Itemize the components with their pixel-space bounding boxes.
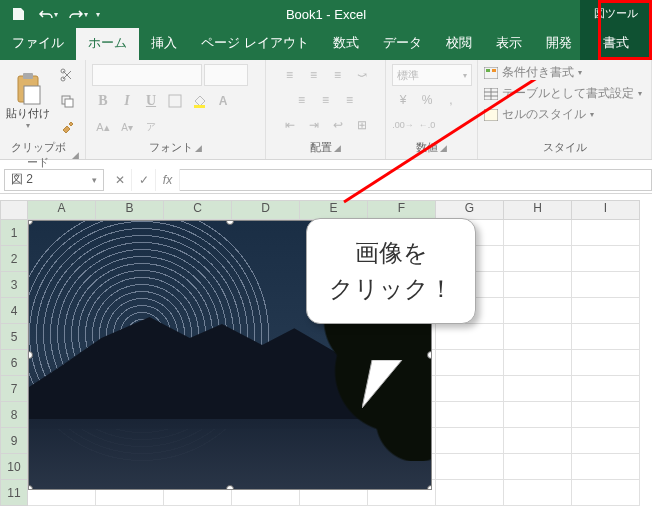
paste-button[interactable]: 貼り付け ▾ xyxy=(6,72,50,130)
redo-button[interactable]: ▾ xyxy=(66,3,90,25)
column-header[interactable]: C xyxy=(164,200,232,220)
row-header[interactable]: 10 xyxy=(0,454,28,480)
enter-formula-button[interactable]: ✓ xyxy=(132,169,156,191)
cancel-formula-button[interactable]: ✕ xyxy=(108,169,132,191)
phonetic-guide-button[interactable]: ア xyxy=(140,116,162,138)
group-label-clipboard: クリップボード xyxy=(6,140,70,170)
row-header[interactable]: 1 xyxy=(0,220,28,246)
wrap-text-button[interactable]: ↩ xyxy=(327,114,349,136)
dialog-launcher-icon[interactable]: ◢ xyxy=(440,143,447,153)
align-right-button[interactable]: ≡ xyxy=(339,89,361,111)
row-header[interactable]: 9 xyxy=(0,428,28,454)
resize-handle[interactable] xyxy=(28,485,33,490)
row-header[interactable]: 8 xyxy=(0,402,28,428)
quick-access-toolbar: ▾ ▾ ▾ xyxy=(6,3,100,25)
italic-button[interactable]: I xyxy=(116,90,138,112)
group-label-alignment: 配置 xyxy=(310,140,332,155)
column-headers: A B C D E F G H I xyxy=(0,200,652,220)
row-header[interactable]: 11 xyxy=(0,480,28,506)
redo-icon xyxy=(68,8,84,20)
group-styles: 条件付き書式▾ テーブルとして書式設定▾ セルのスタイル▾ スタイル xyxy=(478,60,652,159)
format-painter-button[interactable] xyxy=(56,116,78,138)
name-box[interactable]: 図 2 ▾ xyxy=(4,169,104,191)
increase-font-button[interactable]: A▴ xyxy=(92,116,114,138)
svg-rect-11 xyxy=(492,69,496,72)
align-top-button[interactable]: ≡ xyxy=(279,64,301,86)
accounting-format-button[interactable]: ¥ xyxy=(392,89,414,111)
column-header[interactable]: I xyxy=(572,200,640,220)
column-header[interactable]: H xyxy=(504,200,572,220)
cond-format-label: 条件付き書式 xyxy=(502,64,574,81)
decrease-decimal-button[interactable]: ←.0 xyxy=(416,114,438,136)
save-button[interactable] xyxy=(6,3,30,25)
tab-page-layout[interactable]: ページ レイアウト xyxy=(189,28,321,60)
tab-insert[interactable]: 挿入 xyxy=(139,28,189,60)
column-header[interactable]: A xyxy=(28,200,96,220)
conditional-formatting-button[interactable]: 条件付き書式▾ xyxy=(484,64,582,81)
copy-icon xyxy=(60,94,74,108)
column-header[interactable]: B xyxy=(96,200,164,220)
font-size-select[interactable] xyxy=(204,64,248,86)
align-bottom-button[interactable]: ≡ xyxy=(327,64,349,86)
insert-function-button[interactable]: fx xyxy=(156,169,180,191)
resize-handle[interactable] xyxy=(427,485,432,490)
tab-review[interactable]: 校閲 xyxy=(434,28,484,60)
orientation-button[interactable]: ⤻ xyxy=(351,64,373,86)
select-all-corner[interactable] xyxy=(0,200,28,220)
percent-button[interactable]: % xyxy=(416,89,438,111)
number-format-select[interactable]: 標準▾ xyxy=(392,64,472,86)
dialog-launcher-icon[interactable]: ◢ xyxy=(334,143,341,153)
align-middle-button[interactable]: ≡ xyxy=(303,64,325,86)
column-header[interactable]: E xyxy=(300,200,368,220)
row-header[interactable]: 4 xyxy=(0,298,28,324)
increase-decimal-button[interactable]: .00→ xyxy=(392,114,414,136)
font-family-select[interactable] xyxy=(92,64,202,86)
column-header[interactable]: G xyxy=(436,200,504,220)
format-as-table-button[interactable]: テーブルとして書式設定▾ xyxy=(484,85,642,102)
tab-view[interactable]: 表示 xyxy=(484,28,534,60)
underline-button[interactable]: U xyxy=(140,90,162,112)
svg-rect-8 xyxy=(194,105,205,108)
border-icon xyxy=(168,94,182,108)
cell-styles-button[interactable]: セルのスタイル▾ xyxy=(484,106,594,123)
bold-button[interactable]: B xyxy=(92,90,114,112)
align-center-button[interactable]: ≡ xyxy=(315,89,337,111)
border-button[interactable] xyxy=(164,90,186,112)
row-header[interactable]: 5 xyxy=(0,324,28,350)
row-header[interactable]: 2 xyxy=(0,246,28,272)
formula-input[interactable] xyxy=(180,169,652,191)
column-header[interactable]: D xyxy=(232,200,300,220)
tab-formulas[interactable]: 数式 xyxy=(321,28,371,60)
merge-button[interactable]: ⊞ xyxy=(351,114,373,136)
dialog-launcher-icon[interactable]: ◢ xyxy=(72,150,79,160)
svg-rect-6 xyxy=(65,99,73,107)
check-icon: ✓ xyxy=(139,173,149,187)
tab-developer[interactable]: 開発 xyxy=(534,28,584,60)
undo-button[interactable]: ▾ xyxy=(36,3,60,25)
tab-home[interactable]: ホーム xyxy=(76,28,139,60)
fx-icon: fx xyxy=(163,173,172,187)
increase-indent-button[interactable]: ⇥ xyxy=(303,114,325,136)
tab-file[interactable]: ファイル xyxy=(0,28,76,60)
paste-label: 貼り付け xyxy=(6,106,50,121)
group-clipboard: 貼り付け ▾ クリップボード◢ xyxy=(0,60,86,159)
fill-color-button[interactable] xyxy=(188,90,210,112)
bucket-icon xyxy=(192,94,206,108)
font-color-button[interactable]: A xyxy=(212,90,234,112)
resize-handle[interactable] xyxy=(226,485,234,490)
row-header[interactable]: 3 xyxy=(0,272,28,298)
align-left-button[interactable]: ≡ xyxy=(291,89,313,111)
copy-button[interactable] xyxy=(56,90,78,112)
cell-style-icon xyxy=(484,109,498,121)
decrease-indent-button[interactable]: ⇤ xyxy=(279,114,301,136)
tab-picture-format[interactable]: 書式 xyxy=(580,28,652,60)
row-header[interactable]: 6 xyxy=(0,350,28,376)
resize-handle[interactable] xyxy=(427,351,432,359)
decrease-font-button[interactable]: A▾ xyxy=(116,116,138,138)
column-header[interactable]: F xyxy=(368,200,436,220)
dialog-launcher-icon[interactable]: ◢ xyxy=(195,143,202,153)
row-header[interactable]: 7 xyxy=(0,376,28,402)
comma-button[interactable]: , xyxy=(440,89,462,111)
tab-data[interactable]: データ xyxy=(371,28,434,60)
cut-button[interactable] xyxy=(56,64,78,86)
